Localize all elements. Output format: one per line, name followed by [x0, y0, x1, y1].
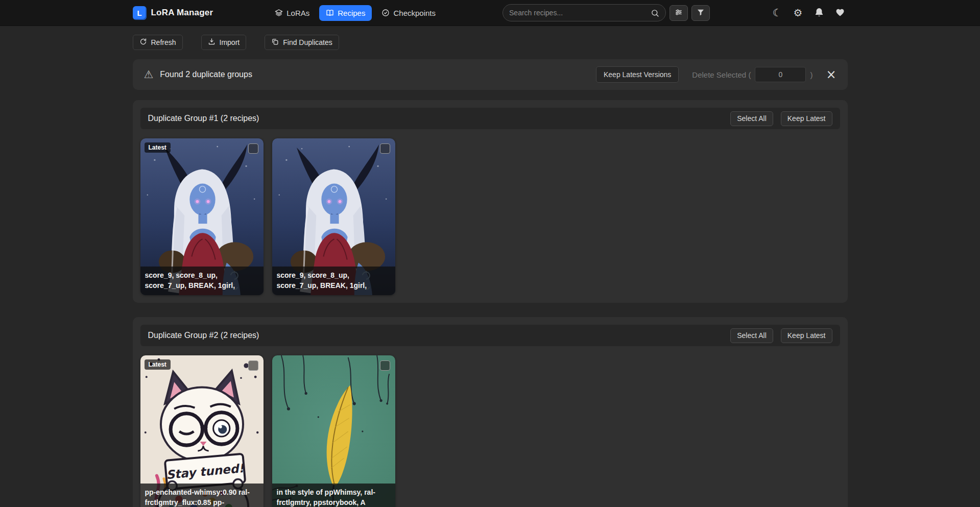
filter-button[interactable] — [691, 5, 710, 21]
book-icon — [326, 9, 334, 17]
nav-label: LoRAs — [286, 9, 309, 17]
group-header: Duplicate Group #2 (2 recipes) Select Al… — [140, 325, 840, 346]
selected-count-input[interactable] — [755, 67, 806, 82]
close-alert-button[interactable]: × — [826, 68, 836, 81]
import-icon — [208, 38, 216, 47]
alert-message: Found 2 duplicate groups — [160, 70, 252, 79]
recipe-card[interactable]: Latest score_9, score_8_up, score_7_up, … — [140, 138, 264, 295]
search-icon[interactable] — [651, 9, 659, 17]
bell-icon — [814, 7, 824, 19]
support-button[interactable] — [832, 5, 848, 20]
copy-icon — [271, 38, 279, 47]
top-bar: L LoRA Manager LoRAs Recipes C — [0, 0, 980, 26]
nav-label: Checkpoints — [393, 9, 436, 17]
group-header: Duplicate Group #1 (2 recipes) Select Al… — [140, 108, 840, 129]
group-title: Duplicate Group #1 (2 recipes) — [148, 114, 259, 123]
recipe-caption: in the style of ppWhimsy, ral- frctlgmtr… — [272, 484, 395, 507]
import-button[interactable]: Import — [201, 35, 247, 50]
nav-label: Recipes — [338, 9, 365, 17]
sort-options-button[interactable] — [670, 5, 688, 21]
gear-icon: ⚙ — [794, 8, 803, 18]
heart-icon — [835, 7, 845, 19]
moon-icon: ☾ — [773, 8, 782, 18]
search-input[interactable] — [509, 9, 651, 17]
search-box — [503, 4, 666, 21]
logo-letter: L — [137, 9, 141, 17]
recipe-caption: score_9, score_8_up, score_7_up, BREAK, … — [140, 267, 264, 295]
layers-icon — [275, 9, 283, 17]
close-icon: × — [826, 67, 836, 82]
keep-latest-button[interactable]: Keep Latest — [781, 328, 832, 343]
find-duplicates-label: Find Duplicates — [283, 38, 332, 46]
check-circle-icon — [381, 9, 390, 17]
nav-tab-recipes[interactable]: Recipes — [319, 5, 372, 21]
delete-selected-suffix: ) — [810, 70, 812, 79]
app-logo-icon: L — [133, 6, 147, 20]
recipe-checkbox[interactable] — [380, 143, 390, 154]
recipe-caption: pp-enchanted-whimsy:0.90 ral- frctlgmtry… — [140, 484, 264, 507]
keep-latest-button[interactable]: Keep Latest — [781, 111, 832, 126]
select-all-button[interactable]: Select All — [730, 328, 773, 343]
import-label: Import — [220, 38, 240, 46]
latest-badge: Latest — [145, 359, 171, 370]
notifications-button[interactable] — [811, 5, 827, 20]
recipe-card[interactable]: Stay tuned! Latest pp-enchanted-whimsy:0… — [140, 355, 264, 507]
recipe-checkbox[interactable] — [380, 360, 390, 371]
top-icon-group: ☾ ⚙ — [770, 5, 848, 20]
delete-selected-control[interactable]: Delete Selected ( ) — [692, 67, 812, 82]
sliders-icon — [675, 8, 683, 18]
recipe-checkbox[interactable] — [248, 143, 258, 154]
refresh-button[interactable]: Refresh — [133, 35, 183, 50]
recipe-checkbox[interactable] — [248, 360, 258, 371]
nav-tab-checkpoints[interactable]: Checkpoints — [375, 5, 442, 21]
main-nav: LoRAs Recipes Checkpoints — [268, 5, 442, 21]
settings-button[interactable]: ⚙ — [791, 5, 806, 20]
toolbar: Refresh Import Find Duplicates — [133, 35, 848, 50]
find-duplicates-button[interactable]: Find Duplicates — [265, 35, 339, 50]
funnel-icon — [697, 8, 705, 18]
refresh-icon — [139, 38, 147, 47]
duplicates-alert-banner: ⚠ Found 2 duplicate groups Keep Latest V… — [133, 59, 848, 90]
recipe-card[interactable]: in the style of ppWhimsy, ral- frctlgmtr… — [272, 355, 395, 507]
app-brand[interactable]: L LoRA Manager — [133, 6, 213, 20]
refresh-label: Refresh — [151, 38, 176, 46]
recipe-card[interactable]: score_9, score_8_up, score_7_up, BREAK, … — [272, 138, 395, 295]
recipe-caption: score_9, score_8_up, score_7_up, BREAK, … — [272, 267, 395, 295]
group-title: Duplicate Group #2 (2 recipes) — [148, 331, 259, 340]
app-title: LoRA Manager — [151, 8, 213, 18]
warning-icon: ⚠ — [144, 69, 154, 80]
delete-selected-prefix: Delete Selected ( — [692, 70, 751, 79]
select-all-button[interactable]: Select All — [730, 111, 773, 126]
nav-tab-loras[interactable]: LoRAs — [268, 5, 316, 21]
duplicate-group-1: Duplicate Group #1 (2 recipes) Select Al… — [133, 100, 848, 303]
keep-latest-versions-button[interactable]: Keep Latest Versions — [596, 66, 679, 83]
theme-toggle-button[interactable]: ☾ — [770, 5, 785, 20]
main-content: Refresh Import Find Duplicates ⚠ Found 2… — [133, 35, 848, 507]
search-area — [503, 4, 710, 21]
latest-badge: Latest — [145, 142, 171, 153]
duplicate-group-2: Duplicate Group #2 (2 recipes) Select Al… — [133, 317, 848, 507]
